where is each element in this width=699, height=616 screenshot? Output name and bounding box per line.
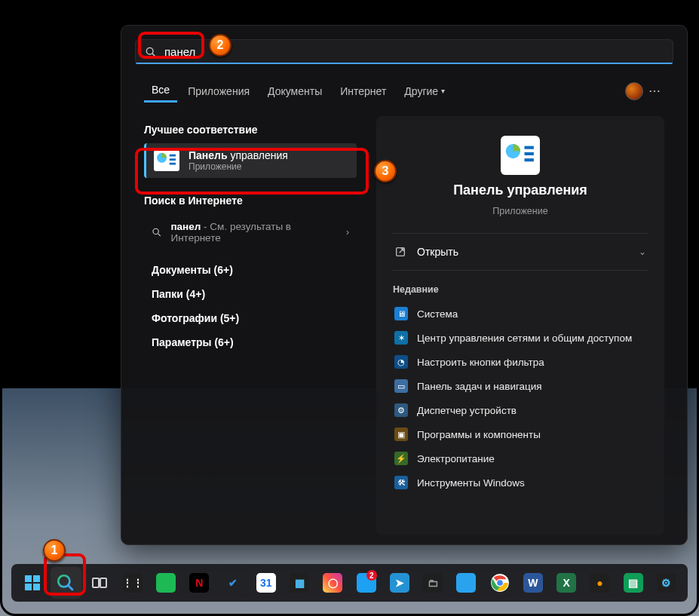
tab-label: Документы [268,85,322,97]
desktop: Все Приложения Документы Интернет Другие… [2,2,697,614]
recent-header: Недавние [393,284,648,295]
power-icon: ⚡ [394,452,408,465]
app-icon: ➤ [390,573,409,593]
category-photos[interactable]: Фотографии (5+) [144,306,357,330]
taskbar: ⋮⋮N✔31▦◯2➤🗀WX●▤⚙ [11,564,688,602]
svg-rect-10 [525,152,534,155]
control-panel-icon [154,150,179,171]
recent-item[interactable]: 🖥Система [393,302,648,325]
tools-icon: 🛠 [394,476,408,489]
netflix-app[interactable]: N [184,567,214,599]
recent-label: Система [417,308,458,320]
search-input[interactable] [164,45,664,58]
programs-icon: ▣ [394,428,408,441]
svg-rect-14 [33,575,40,582]
svg-rect-15 [25,584,32,590]
svg-point-6 [153,228,158,234]
svg-rect-3 [170,155,176,157]
tab-label: Приложения [188,85,250,97]
best-match-title: Панель управления [189,149,288,161]
calendar-app[interactable]: 31 [251,567,281,599]
recent-label: Инструменты Windows [417,477,525,489]
tab-apps[interactable]: Приложения [180,81,257,102]
category-settings[interactable]: Параметры (6+) [144,330,357,354]
recent-label: Настроить кнопки фильтра [417,357,544,368]
app-icon: N [189,573,209,593]
recent-item[interactable]: 🛠Инструменты Windows [393,471,648,494]
more-options-button[interactable]: ⋯ [646,82,664,100]
tab-label: Другие [404,85,438,97]
svg-rect-13 [25,575,32,582]
annotation-badge-1: 1 [43,539,66,562]
instagram-app[interactable]: ◯ [317,567,348,599]
open-label: Открыть [417,246,628,258]
search-box[interactable] [135,39,673,64]
search-icon [56,573,75,593]
photos-app[interactable]: ▦ [284,567,314,599]
files-app[interactable]: 🗀 [418,567,448,599]
tab-all[interactable]: Все [144,79,177,103]
devices-icon: ⚙ [394,403,408,417]
recent-label: Программы и компоненты [417,429,541,440]
preview-pane: Панель управления Приложение Открыть ⌄ Н… [370,107,687,544]
app-icon: ▦ [290,573,309,593]
app-icon: 🗀 [423,573,443,593]
taskview-button[interactable] [84,567,115,599]
recent-item[interactable]: ✶Центр управления сетями и общим доступо… [393,326,648,349]
best-match-subtitle: Приложение [189,161,288,172]
user-avatar[interactable] [625,82,643,100]
app-icon: W [523,573,543,593]
recent-item[interactable]: ⚡Электропитание [393,447,648,470]
category-documents[interactable]: Документы (6+) [144,258,357,282]
tab-internet[interactable]: Интернет [333,81,394,102]
todo-app[interactable]: ✔ [218,567,248,599]
svg-point-17 [59,575,70,587]
recent-item[interactable]: ⚙Диспетчер устройств [393,399,648,421]
start-button[interactable] [17,567,48,599]
control-panel-icon [501,136,540,175]
twitter-app[interactable]: 2 [351,567,382,599]
results-area: Лучшее соответствие Панель управления Пр… [121,107,687,544]
recent-label: Электропитание [417,453,495,464]
chrome-app[interactable] [485,567,515,599]
best-match-item[interactable]: Панель управления Приложение [144,143,357,178]
category-folders[interactable]: Папки (4+) [144,282,357,306]
notes-app[interactable] [451,567,481,599]
recent-list: 🖥Система ✶Центр управления сетями и общи… [393,302,648,494]
recent-item[interactable]: ▣Программы и компоненты [393,423,648,446]
sheets-app[interactable]: ▤ [618,567,648,599]
calculator-app[interactable]: ⋮⋮ [118,567,148,599]
tab-label: Интернет [340,85,386,97]
svg-rect-11 [525,158,534,161]
excel-app[interactable]: X [551,567,581,599]
svg-rect-9 [525,146,534,149]
chevron-down-icon: ⌄ [639,247,646,257]
recent-item[interactable]: ▭Панель задач и навигация [393,375,648,397]
telegram-app[interactable]: ➤ [385,567,415,599]
settings-app[interactable]: ⚙ [651,567,682,599]
spotify-app[interactable] [151,567,181,599]
search-icon [152,227,161,238]
windows-logo-icon [23,574,41,592]
firefox-app[interactable]: ● [584,567,615,599]
app-icon: X [556,573,576,593]
tab-more[interactable]: Другие▾ [397,81,452,102]
search-button[interactable] [51,567,81,599]
open-action[interactable]: Открыть ⌄ [393,234,648,271]
app-icon: ⚙ [657,573,676,593]
network-icon: ✶ [394,331,408,345]
category-label: Фотографии (5+) [152,312,239,324]
results-left-column: Лучшее соответствие Панель управления Пр… [121,107,370,544]
category-label: Документы (6+) [152,264,233,276]
web-query: панел [170,221,201,232]
svg-rect-19 [93,578,99,587]
svg-line-18 [69,585,74,590]
web-search-item[interactable]: панел - См. результаты в Интернете › [144,214,357,250]
chevron-right-icon: › [346,227,349,238]
word-app[interactable]: W [518,567,548,599]
recent-item[interactable]: ◔Настроить кнопки фильтра [393,351,648,373]
app-icon: 31 [256,573,276,593]
tab-documents[interactable]: Документы [260,81,330,102]
best-match-header: Лучшее соответствие [144,124,370,136]
open-icon [394,246,406,258]
